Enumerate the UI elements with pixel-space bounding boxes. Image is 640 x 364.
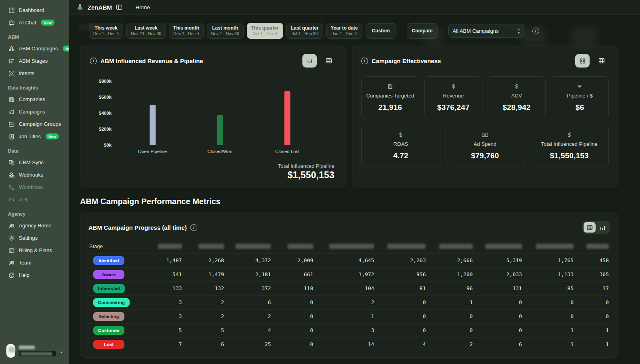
table-row-considering: Considering3260201000 — [88, 295, 610, 309]
campaign-select[interactable]: All ABM Campaigns ▴▾ — [448, 24, 524, 38]
sidebar-item-intents[interactable]: Intents — [0, 67, 69, 80]
value-cell: 104 — [314, 281, 375, 295]
stage-cell: Aware — [88, 267, 140, 281]
team-icon — [8, 259, 15, 266]
panel-toggle-icon[interactable] — [116, 4, 122, 10]
filter-label: Year to date — [331, 25, 358, 31]
funnel-icon — [577, 83, 583, 90]
sidebar-item-campaigns[interactable]: Campaigns — [0, 105, 69, 118]
metric-tile-companies-targeted: Companies Targeted 21,916 — [361, 76, 419, 119]
filter-range: Oct 1 - Dec 4 — [251, 31, 279, 36]
filter-this-week[interactable]: This weekDec 1 - Dec 4 — [89, 23, 123, 39]
bar-open-pipeline — [150, 105, 156, 145]
chevron-down-icon[interactable]: ⌄ — [59, 348, 64, 354]
campaign-column-header-blurred — [426, 239, 473, 253]
filter-last-week[interactable]: Last weekNov 24 - Nov 30 — [126, 23, 166, 39]
campaign-column-header-blurred — [523, 239, 574, 253]
sidebar-item-agency-home[interactable]: Agency Home — [0, 219, 69, 232]
filter-this-month[interactable]: This monthDec 1 - Dec 4 — [169, 23, 204, 39]
value-cell: 0 — [474, 295, 523, 309]
table-view-button[interactable] — [322, 54, 336, 68]
sidebar-item-workflows[interactable]: Workflows — [0, 181, 69, 193]
table-view-button[interactable] — [594, 54, 609, 68]
filter-year-to-date[interactable]: Year to dateJan 1 - Dec 4 — [326, 23, 362, 39]
value-cell: 2,268 — [183, 253, 225, 267]
value-cell: 1 — [523, 323, 574, 337]
user-profile[interactable]: ⌄ — [0, 340, 69, 360]
blurred-text — [536, 244, 574, 249]
sidebar-item-crm-sync[interactable]: CRM Sync — [0, 156, 69, 169]
chart-card-header: i ABM Influenced Revenue & Pipeline — [90, 54, 336, 68]
sidebar-item-abm-campaigns[interactable]: ABM CampaignsNew — [0, 42, 69, 55]
api-icon — [8, 196, 15, 203]
value-cell: 3 — [140, 295, 183, 309]
campaign-column-header-blurred — [225, 239, 272, 253]
value-cell: 2 — [426, 337, 473, 351]
sidebar-item-billing-plans[interactable]: Billing & Plans — [0, 244, 69, 257]
blurred-text — [198, 244, 224, 249]
filter-label: This week — [93, 25, 119, 31]
grid-view-button[interactable] — [575, 54, 590, 68]
table-view-button[interactable] — [584, 222, 596, 233]
bar-chart-view-button[interactable] — [596, 222, 608, 233]
filter-compare[interactable]: Compare — [407, 23, 438, 39]
campaign-progress-table: Stage Identified1,4872,2684,3722,0094,64… — [88, 239, 610, 351]
value-cell: 1,479 — [183, 267, 225, 281]
value-cell: 0 — [272, 295, 314, 309]
campaign-column-header-blurred — [574, 239, 610, 253]
sidebar-item-label: CRM Sync — [19, 159, 44, 165]
value-cell: 2 — [183, 295, 225, 309]
y-axis-tick: $600k — [99, 95, 112, 99]
effectiveness-title: Campaign Effectiveness — [372, 58, 441, 64]
nav-home[interactable]: Home — [136, 4, 150, 10]
filter-last-quarter[interactable]: Last quarterJul 1 - Sep 30 — [286, 23, 323, 39]
sidebar-item-campaign-groups[interactable]: Campaign Groups — [0, 118, 69, 130]
banknote-icon — [482, 131, 488, 138]
info-icon[interactable]: i — [532, 28, 539, 34]
value-cell: 372 — [225, 281, 272, 295]
sidebar-item-dashboard[interactable]: Dashboard — [0, 4, 69, 16]
info-icon[interactable]: i — [90, 58, 97, 64]
chart-view-toggle — [302, 54, 336, 68]
stage-cell: Interested — [88, 281, 140, 295]
value-cell: 1,200 — [426, 267, 473, 281]
value-cell: 2 — [183, 309, 225, 323]
new-badge: New — [63, 46, 69, 52]
stage-cell: Customer — [88, 323, 140, 337]
value-cell: 6 — [225, 295, 272, 309]
sidebar-item-job-titles[interactable]: Job TitlesNew — [0, 130, 69, 143]
stage-cell: Considering — [88, 295, 140, 309]
filter-this-quarter[interactable]: This quarterOct 1 - Dec 4 — [247, 23, 283, 39]
value-cell: 0 — [272, 309, 314, 323]
filter-range: Nov 24 - Nov 30 — [131, 31, 161, 36]
crm-sync-icon — [8, 159, 15, 166]
value-cell: 5,319 — [474, 253, 523, 267]
bar-chart-view-button[interactable] — [302, 54, 317, 68]
info-icon[interactable]: i — [361, 58, 368, 64]
x-axis-label: Closed/Won — [207, 149, 232, 154]
sidebar-item-ai-chat[interactable]: AI ChatNew — [0, 16, 69, 29]
filter-custom[interactable]: Custom — [366, 23, 396, 39]
info-icon[interactable]: i — [190, 224, 197, 231]
value-cell: 2,009 — [272, 253, 314, 267]
sidebar-item-abm-stages[interactable]: ABM Stages — [0, 55, 69, 67]
sidebar-item-webhooks[interactable]: Webhooks — [0, 169, 69, 181]
chart-card-title: ABM Influenced Revenue & Pipeline — [100, 58, 203, 64]
y-axis-tick: $0k — [104, 143, 112, 147]
value-cell: 0 — [375, 323, 426, 337]
value-cell: 1,133 — [523, 267, 574, 281]
cards-row: i ABM Influenced Revenue & Pipeline — [80, 46, 618, 188]
sidebar-item-settings[interactable]: Settings — [0, 232, 69, 244]
blurred-text — [485, 244, 522, 249]
sidebar-item-team[interactable]: Team — [0, 257, 69, 269]
metric-tiles-row-2: ROAS 4.72 Ad Spend $79,760 Total Influen… — [361, 125, 609, 167]
sidebar-item-companies[interactable]: Companies — [0, 93, 69, 105]
filter-last-month[interactable]: Last monthNov 1 - Nov 30 — [207, 23, 244, 39]
value-cell: 0 — [474, 309, 523, 323]
sidebar-item-help[interactable]: Help — [0, 269, 69, 281]
sidebar-item-api[interactable]: API — [0, 193, 69, 206]
sidebar-nav: DashboardAI ChatNewABMABM CampaignsNewAB… — [0, 4, 69, 340]
sidebar-item-label: Campaign Groups — [19, 121, 61, 127]
stage-badge-lost: Lost — [93, 340, 124, 349]
brand-name: ZenABM — [88, 4, 112, 11]
